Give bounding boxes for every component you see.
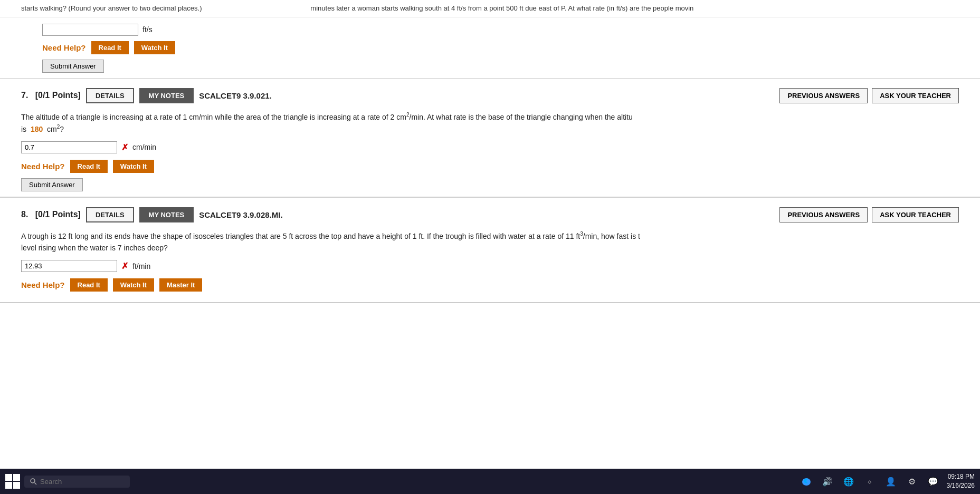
top-unit-label: ft/s	[142, 25, 153, 34]
question-8-details-button[interactable]: DETAILS	[86, 207, 134, 222]
question-7-need-help-label: Need Help?	[21, 162, 65, 171]
top-read-it-button[interactable]: Read It	[91, 41, 129, 54]
search-icon	[30, 478, 37, 485]
taskbar-date-value: 3/16/2026	[947, 481, 975, 490]
question-7-text: The altitude of a triangle is increasing…	[21, 111, 760, 135]
question-8-answer-row: ✗ ft/min	[21, 260, 959, 272]
question-7-answer-input[interactable]	[21, 141, 117, 153]
settings-icon[interactable]: ⚙	[905, 474, 919, 489]
question-7-watch-it-button[interactable]: Watch It	[113, 160, 154, 173]
network-icon[interactable]: 🌐	[841, 474, 856, 489]
question-8-section: 8. [0/1 Points] DETAILS MY NOTES SCALCET…	[0, 198, 980, 303]
question-8-watch-it-button[interactable]: Watch It	[113, 278, 154, 292]
svg-line-1	[35, 483, 37, 485]
top-question-partial: starts walking? (Round your answer to tw…	[0, 0, 980, 17]
question-7-ask-teacher-button[interactable]: ASK YOUR TEACHER	[872, 88, 959, 103]
top-help-section: ft/s Need Help? Read It Watch It Submit …	[0, 17, 980, 79]
taskbar-search-input[interactable]	[40, 478, 125, 486]
question-7-need-help-row: Need Help? Read It Watch It	[21, 160, 959, 173]
taskbar-search-bar[interactable]	[24, 476, 130, 488]
question-8-error-icon: ✗	[121, 261, 128, 271]
top-answer-input[interactable]	[42, 24, 138, 36]
question-8-prev-answers-button[interactable]: PREVIOUS ANSWERS	[779, 207, 868, 222]
question-7-submit-row: Submit Answer	[21, 178, 959, 191]
top-submit-button[interactable]: Submit Answer	[42, 60, 104, 73]
taskbar-start	[5, 474, 20, 489]
question-8-number: 8. [0/1 Points]	[21, 210, 81, 219]
question-7-header: 7. [0/1 Points] DETAILS MY NOTES SCALCET…	[21, 88, 959, 103]
question-7-details-button[interactable]: DETAILS	[86, 88, 134, 103]
question-7-number: 7. [0/1 Points]	[21, 91, 81, 100]
taskbar: 🔊 🌐 ⬦ 👤 ⚙ 💬 09:18 PM 3/16/2026	[0, 469, 980, 494]
question-7-answer-row: ✗ cm/min	[21, 141, 959, 153]
question-8-answer-input[interactable]	[21, 260, 117, 272]
chat-icon[interactable]: 💬	[926, 474, 940, 489]
question-8-header: 8. [0/1 Points] DETAILS MY NOTES SCALCET…	[21, 207, 959, 222]
taskbar-right: 🔊 🌐 ⬦ 👤 ⚙ 💬 09:18 PM 3/16/2026	[799, 472, 975, 490]
question-7-read-it-button[interactable]: Read It	[70, 160, 108, 173]
top-need-help-label: Need Help?	[42, 43, 86, 52]
question-8-need-help-label: Need Help?	[21, 280, 65, 289]
question-7-error-icon: ✗	[121, 142, 128, 152]
question-8-my-notes-button[interactable]: MY NOTES	[139, 207, 194, 222]
taskbar-time-value: 09:18 PM	[947, 472, 975, 481]
top-watch-it-button[interactable]: Watch It	[134, 41, 175, 54]
question-8-scalcet: SCALCET9 3.9.028.MI.	[199, 210, 282, 219]
person-icon[interactable]: 👤	[883, 474, 898, 489]
top-submit-row: Submit Answer	[42, 60, 938, 73]
question-8-ask-teacher-button[interactable]: ASK YOUR TEACHER	[872, 207, 959, 222]
question-7-my-notes-button[interactable]: MY NOTES	[139, 88, 194, 103]
question-7-prev-answers-button[interactable]: PREVIOUS ANSWERS	[779, 88, 868, 103]
question-7-submit-button[interactable]: Submit Answer	[21, 178, 83, 191]
question-8-header-right: PREVIOUS ANSWERS ASK YOUR TEACHER	[779, 207, 959, 222]
question-8-master-it-button[interactable]: Master It	[159, 278, 202, 292]
question-7-section: 7. [0/1 Points] DETAILS MY NOTES SCALCET…	[0, 79, 980, 198]
svg-point-0	[31, 479, 35, 483]
question-7-answer-unit: cm/min	[132, 143, 156, 151]
taskbar-time: 09:18 PM 3/16/2026	[947, 472, 975, 490]
question-7-scalcet: SCALCET9 3.9.021.	[199, 91, 272, 100]
question-8-read-it-button[interactable]: Read It	[70, 278, 108, 292]
question-8-answer-unit: ft/min	[132, 262, 150, 270]
windows-icon[interactable]	[5, 474, 20, 489]
diamond-icon[interactable]: ⬦	[862, 474, 877, 489]
question-8-need-help-row: Need Help? Read It Watch It Master It	[21, 278, 959, 292]
top-need-help-row: Need Help? Read It Watch It	[42, 41, 938, 54]
top-unit-row: ft/s	[42, 24, 938, 36]
question-7-highlight: 180	[31, 124, 43, 133]
question-8-text: A trough is 12 ft long and its ends have…	[21, 230, 760, 254]
speaker-icon[interactable]: 🔊	[820, 474, 835, 489]
question-7-header-right: PREVIOUS ANSWERS ASK YOUR TEACHER	[779, 88, 959, 103]
edge-icon[interactable]	[799, 474, 814, 489]
